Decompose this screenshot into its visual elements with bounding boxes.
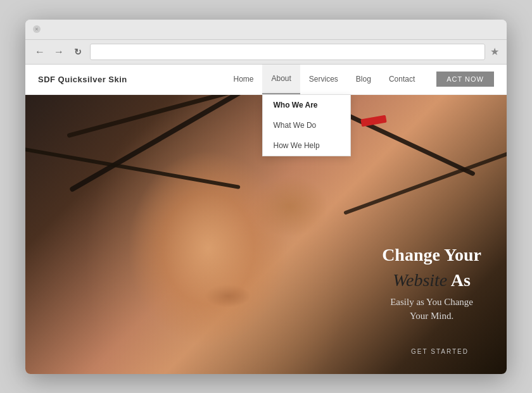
address-bar[interactable]: [90, 44, 485, 60]
nav-services[interactable]: Services: [300, 65, 347, 95]
site-navbar: SDF Quicksilver Skin Home About Who We A…: [25, 65, 507, 95]
about-dropdown: Who We Are What We Do How We Help: [262, 94, 351, 156]
nav-contact[interactable]: Contact: [380, 65, 424, 95]
refresh-button[interactable]: ↻: [71, 45, 85, 59]
bookmark-icon[interactable]: ★: [490, 46, 499, 58]
get-started-link[interactable]: GET STARTED: [411, 348, 469, 355]
hero-headline-1: Change Your: [382, 244, 481, 266]
hero-headline-italic: Website: [393, 270, 447, 290]
dropdown-item-what-we-do[interactable]: What We Do: [263, 115, 350, 135]
hero-headline-2: Website As: [382, 270, 481, 291]
nav-links: Home About Who We Are What We Do How We …: [224, 65, 424, 95]
dropdown-item-who-we-are[interactable]: Who We Are: [263, 95, 350, 115]
browser-window: × ← → ↻ ★ SDF Quicksilver Skin Home Abou…: [25, 20, 507, 374]
hero-subtext-2: Your Mind.: [382, 309, 481, 323]
hero-subtext-1: Easily as You Change: [382, 295, 481, 309]
browser-chrome: × ← → ↻ ★: [25, 20, 507, 65]
site-logo: SDF Quicksilver Skin: [38, 75, 127, 84]
browser-titlebar: ×: [25, 20, 507, 40]
nav-about[interactable]: About Who We Are What We Do How We Help: [262, 65, 300, 95]
act-now-button[interactable]: ACT NOW: [436, 72, 494, 87]
forward-button[interactable]: →: [52, 45, 66, 59]
close-button[interactable]: ×: [33, 25, 41, 33]
browser-toolbar: ← → ↻ ★: [25, 40, 507, 64]
website-content: SDF Quicksilver Skin Home About Who We A…: [25, 65, 507, 374]
hero-text: Change Your Website As Easily as You Cha…: [382, 244, 481, 323]
nav-home[interactable]: Home: [224, 65, 262, 95]
back-button[interactable]: ←: [33, 45, 47, 59]
dropdown-item-how-we-help[interactable]: How We Help: [263, 135, 350, 156]
nav-blog[interactable]: Blog: [347, 65, 380, 95]
